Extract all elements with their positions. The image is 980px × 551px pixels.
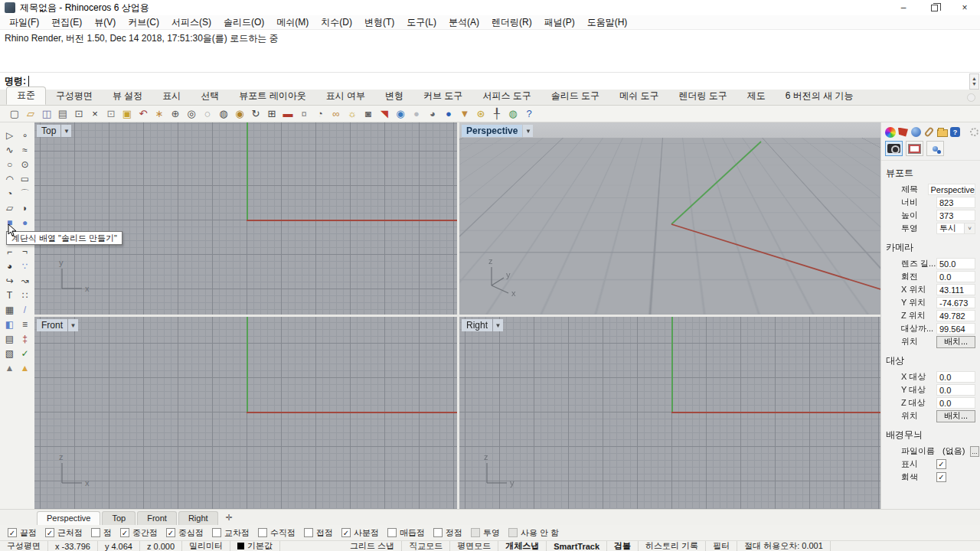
statusbar-pane[interactable]: 직교모드 [402,541,450,551]
statusbar-pane[interactable]: 필터 [706,541,737,551]
display-properties-icon[interactable] [884,126,896,138]
undo-icon[interactable]: ↶ [136,107,150,121]
viewport-height-field[interactable]: 373 [936,210,975,221]
checkbox-icon[interactable] [45,528,54,537]
folder-icon[interactable] [936,126,948,138]
rotation-field[interactable]: 0.0 [936,271,975,282]
wallpaper-show-checkbox[interactable]: ✓ [936,459,946,469]
menu-item[interactable]: 파일(F) [3,16,45,29]
statusbar-pane[interactable]: 개체스냅 [498,541,547,551]
stairs-icon[interactable]: ≡ [18,318,33,331]
text-icon[interactable]: T [2,289,18,302]
minimize-button[interactable]: – [888,0,919,15]
chamfer-icon[interactable]: ¬ [18,245,33,259]
osnap-toggle[interactable]: 매듭점 [387,527,425,539]
projection-select[interactable]: 투시˅ [936,223,975,234]
shaded-sphere-icon[interactable]: ● [410,107,423,121]
node-tree-icon[interactable]: ╀ [490,107,504,121]
lock-icon[interactable]: ◙ [361,107,375,121]
target-z-field[interactable]: 0.0 [936,397,975,409]
surface-patch-icon[interactable]: ◗ [18,201,33,215]
checkbox-icon[interactable] [212,528,221,537]
color-wheel-icon[interactable]: ◉ [394,107,407,121]
array-icon[interactable]: ▤ [2,332,18,346]
key-icon[interactable]: ¤ [297,107,311,121]
help-icon[interactable]: ? [522,107,536,121]
browse-file-button[interactable]: ... [970,446,979,457]
checkbox-icon[interactable] [8,528,17,537]
cone-icon[interactable]: ▲ [2,361,18,375]
viewport-tab[interactable]: Perspective [37,511,100,525]
checkbox-icon[interactable] [341,528,351,537]
earth-icon[interactable]: ◍ [506,107,520,121]
osnap-toggle[interactable]: 접점 [304,527,333,539]
history-clock-icon[interactable]: ◔ [313,107,327,121]
rendered-sphere-icon[interactable]: ◕ [426,107,439,121]
checkbox-icon[interactable] [387,528,397,537]
viewport-right[interactable]: Right ▼ zy [459,317,880,509]
gear-icon[interactable] [970,128,978,136]
paint-icon[interactable]: ▧ [2,347,18,360]
viewport-layout-icon[interactable]: ⊞ [265,107,279,121]
zoom-icon[interactable]: ◎ [185,107,198,121]
camera-x-field[interactable]: 43.111 [936,284,975,295]
target-distance-field[interactable]: 99.564 [936,323,975,334]
filter-funnel-icon[interactable]: ▼ [458,107,472,121]
circle-center-icon[interactable]: ◔ [2,187,18,201]
viewport-title-top[interactable]: Top ▼ [37,125,71,137]
viewport-title-field[interactable]: Perspective [928,184,975,195]
add-viewport-tab-icon[interactable]: ✛ [220,511,239,525]
spinner-down-icon[interactable]: ▼ [972,81,977,86]
viewport-tab[interactable]: Right [178,511,218,525]
render-blue-sphere-icon[interactable]: ● [442,107,456,121]
viewport-title-right[interactable]: Right ▼ [462,319,503,331]
statusbar-pane[interactable]: 평면모드 [450,541,498,551]
statusbar-pane[interactable]: SmartTrack [547,541,607,551]
column-icon[interactable]: ‡ [18,332,33,346]
menu-item[interactable]: 서피스(S) [165,16,217,29]
viewport-tab[interactable]: Front [137,511,177,525]
cage-edit-icon[interactable]: ◧ [2,318,18,331]
pan-icon[interactable]: ∗ [152,107,166,121]
layer-shield-icon[interactable] [897,126,909,138]
statusbar-pane[interactable]: 밀리미터 [182,541,230,551]
viewport-title-front[interactable]: Front ▼ [37,319,78,331]
osnap-toggle[interactable]: 근처점 [45,527,83,539]
close-button[interactable]: × [949,0,980,15]
checkbox-icon[interactable] [433,528,443,537]
fillet-icon[interactable]: ⌐ [2,245,18,259]
copy-to-clipboard-icon[interactable]: ⊡ [72,107,86,121]
menu-item[interactable]: 렌더링(R) [485,16,538,29]
menu-item[interactable]: 커브(C) [122,16,165,29]
restore-button[interactable] [919,0,949,15]
command-line[interactable]: 명령: ▲ ▼ [0,72,980,90]
ribbon-tab[interactable]: 솔리드 도구 [541,88,609,105]
osnap-toggle[interactable]: 중간점 [120,527,158,539]
control-curve-icon[interactable]: ≈ [18,143,33,157]
camera-place-button[interactable]: 배치... [936,336,975,348]
statusbar-pane[interactable]: x -33.796 [48,541,98,551]
zoom-selected-icon[interactable]: ◍ [217,107,230,121]
checkbox-icon[interactable] [258,528,267,537]
ribbon-tab[interactable]: 뷰포트 레이아웃 [229,88,315,105]
statusbar-pane[interactable]: z 0.000 [140,541,182,551]
ribbon-tab[interactable]: 표시 여부 [316,88,375,105]
zoom-extents-icon[interactable]: ◉ [233,107,247,121]
ribbon-tab[interactable]: 메쉬 도구 [609,88,668,105]
surface-icon[interactable]: ▱ [2,201,18,215]
ribbon-tab[interactable]: 커브 도구 [413,88,472,105]
osnap-toggle[interactable]: 교차점 [212,527,250,539]
osnap-toggle[interactable]: 끝점 [8,527,37,539]
viewport-title-perspective[interactable]: Perspective ▼ [462,125,533,137]
viewport-properties-button[interactable] [885,141,903,156]
zoom-window-icon[interactable]: ◌ [201,107,214,121]
chevron-down-icon[interactable]: ▼ [493,319,503,331]
blend-icon[interactable]: ↪ [2,274,18,288]
boolean-icon[interactable]: ◕ [2,259,18,273]
gears-icon[interactable]: ⊛ [474,107,488,121]
viewport-tab[interactable]: Top [102,511,136,525]
statusbar-pane[interactable]: 구성평면 [0,541,48,551]
statusbar-pane[interactable]: 기본값 [230,541,280,551]
ribbon-tab[interactable]: 뷰 설정 [103,88,152,105]
menu-item[interactable]: 도움말(H) [581,16,634,29]
